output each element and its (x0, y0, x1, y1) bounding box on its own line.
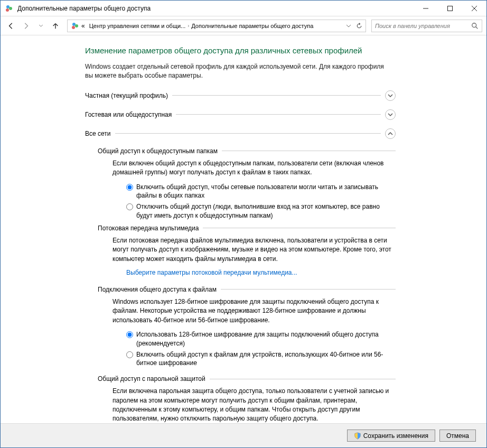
profile-private[interactable]: Частная (текущий профиль) (85, 90, 486, 101)
radio-label: Отключить общий доступ (люди, выполнивши… (136, 202, 394, 220)
maximize-button[interactable] (438, 1, 462, 16)
minimize-button[interactable] (414, 1, 438, 16)
section-public-folder: Общий доступ к общедоступным папкам (98, 147, 486, 155)
page-intro: Windows создает отдельный сетевой профил… (85, 62, 486, 81)
profile-private-label: Частная (текущий профиль) (85, 92, 168, 99)
profile-all[interactable]: Все сети (85, 128, 486, 139)
radio-enc-40[interactable]: Включить общий доступ к файлам для устро… (126, 350, 486, 368)
content-area: Изменение параметров общего доступа для … (1, 35, 486, 423)
radio-pubfolder-on[interactable]: Включить общий доступ, чтобы сетевые пол… (126, 183, 486, 201)
radio-pubfolder-off[interactable]: Отключить общий доступ (люди, выполнивши… (126, 202, 486, 220)
save-label: Сохранить изменения (363, 432, 428, 440)
radio-input[interactable] (126, 351, 133, 358)
up-button[interactable] (49, 20, 62, 32)
radio-input[interactable] (126, 331, 133, 338)
svg-point-1 (9, 7, 12, 10)
save-button[interactable]: Сохранить изменения (347, 430, 435, 442)
svg-point-8 (75, 24, 78, 27)
chevron-up-icon[interactable] (385, 128, 396, 139)
svg-point-2 (6, 8, 9, 12)
search-box[interactable] (371, 20, 482, 32)
breadcrumb-2[interactable]: Дополнительные параметры общего доступа (189, 23, 315, 29)
svg-point-7 (72, 23, 76, 26)
section-desc: Если потоковая передача файлов мультимед… (113, 236, 486, 264)
profile-guest[interactable]: Гостевая или общедоступная (85, 109, 486, 120)
back-button[interactable] (5, 20, 17, 32)
radio-input[interactable] (126, 203, 133, 210)
footer: Сохранить изменения Отмена (1, 423, 486, 447)
radio-label: Включить общий доступ, чтобы сетевые пол… (136, 183, 394, 201)
cancel-button[interactable]: Отмена (439, 430, 476, 442)
section-password: Общий доступ с парольной защитой (98, 375, 486, 382)
radio-label: Использовать 128-битное шифрование для з… (136, 330, 394, 348)
radio-input[interactable] (126, 184, 133, 191)
svg-line-11 (476, 26, 478, 29)
refresh-button[interactable] (354, 20, 364, 32)
radio-label: Включить общий доступ к файлам для устро… (136, 350, 394, 368)
section-title: Подключения общего доступа к файлам (98, 286, 217, 293)
chevron-down-icon[interactable] (385, 109, 396, 120)
close-button[interactable] (462, 1, 486, 16)
section-desc: Если включен общий доступ к общедоступны… (113, 159, 486, 178)
svg-point-0 (6, 5, 10, 8)
address-dropdown[interactable] (343, 20, 354, 32)
page-heading: Изменение параметров общего доступа для … (85, 46, 486, 55)
section-encryption: Подключения общего доступа к файлам (98, 286, 486, 293)
profile-all-label: Все сети (85, 130, 111, 137)
location-icon (71, 22, 79, 30)
section-desc: Windows использует 128-битное шифрование… (113, 297, 486, 325)
cancel-label: Отмена (446, 432, 469, 440)
section-title: Потоковая передача мультимедиа (98, 225, 199, 232)
svg-rect-4 (448, 6, 453, 11)
breadcrumb-prefix: « (81, 22, 85, 30)
titlebar: Дополнительные параметры общего доступа (1, 1, 486, 16)
section-title: Общий доступ с парольной защитой (98, 375, 205, 382)
svg-point-10 (472, 23, 476, 27)
window-title: Дополнительные параметры общего доступа (17, 5, 414, 12)
shield-icon (354, 432, 361, 440)
section-desc: Если включена парольная защита общего до… (113, 387, 486, 423)
chevron-down-icon[interactable] (385, 90, 396, 101)
navbar: « Центр управления сетями и общи... › До… (1, 16, 486, 35)
section-title: Общий доступ к общедоступным папкам (98, 147, 218, 155)
history-dropdown[interactable] (34, 20, 47, 32)
forward-button[interactable] (20, 20, 32, 32)
media-options-link[interactable]: Выберите параметры потоковой передачи му… (126, 269, 486, 276)
radio-enc-128[interactable]: Использовать 128-битное шифрование для з… (126, 330, 486, 348)
breadcrumb-1[interactable]: Центр управления сетями и общи... (87, 23, 188, 29)
address-bar[interactable]: « Центр управления сетями и общи... › До… (67, 20, 366, 32)
svg-point-9 (72, 26, 75, 29)
search-input[interactable] (375, 23, 471, 29)
profile-guest-label: Гостевая или общедоступная (85, 111, 172, 118)
search-icon (471, 22, 479, 30)
app-icon (5, 4, 13, 13)
section-media: Потоковая передача мультимедиа (98, 225, 486, 232)
